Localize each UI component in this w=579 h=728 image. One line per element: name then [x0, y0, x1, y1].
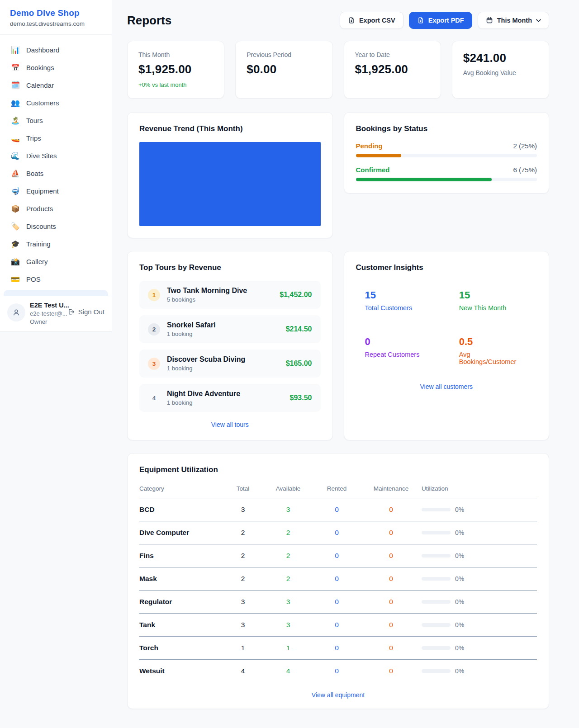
- equipment-rented: 0: [313, 498, 361, 521]
- stat-value: $0.00: [247, 62, 321, 76]
- insight-label: Repeat Customers: [365, 351, 434, 358]
- sidebar: Demo Dive Shop demo.test.divestreams.com…: [0, 0, 112, 332]
- user-name: E2E Test U...: [30, 302, 63, 309]
- reports-page: Demo Dive Shop demo.test.divestreams.com…: [0, 0, 579, 728]
- equipment-rented: 0: [313, 614, 361, 637]
- view-all-tours-link[interactable]: View all tours: [139, 421, 321, 428]
- stats-row: This Month $1,925.00 +0% vs last month P…: [127, 41, 549, 99]
- tour-row: 3 Discover Scuba Diving 1 booking $165.0…: [139, 350, 321, 378]
- revenue-trend-title: Revenue Trend (This Month): [139, 124, 321, 133]
- stat-card-previous-period: Previous Period $0.00: [235, 41, 332, 99]
- sidebar-item[interactable]: 📸 Gallery: [0, 253, 112, 270]
- status-count: 6 (75%): [513, 166, 537, 174]
- insight-value: 15: [365, 289, 434, 301]
- tour-name: Snorkel Safari: [167, 321, 216, 329]
- insight-label: Total Customers: [365, 304, 434, 312]
- period-selector[interactable]: This Month: [478, 12, 549, 29]
- view-all-customers-link[interactable]: View all customers: [356, 383, 537, 390]
- equipment-category: Tank: [139, 614, 223, 637]
- nav-icon: 📊: [11, 46, 20, 54]
- utilization-bar: [422, 531, 451, 534]
- insight-value: 0.5: [459, 336, 528, 348]
- nav-label: Tours: [26, 117, 43, 124]
- equipment-row: Tank 3 3 0 0 0%: [139, 614, 537, 637]
- tour-amount: $165.00: [286, 359, 312, 368]
- equipment-row: Dive Computer 2 2 0 0 0%: [139, 521, 537, 544]
- equipment-row: Regulator 3 3 0 0 0%: [139, 591, 537, 614]
- tour-bookings: 1 booking: [167, 331, 216, 337]
- tour-info: Snorkel Safari 1 booking: [167, 321, 216, 337]
- revenue-trend-chart: [139, 142, 321, 226]
- sidebar-item[interactable]: 📅 Bookings: [0, 59, 112, 76]
- file-download-icon: [348, 17, 355, 24]
- page-title: Reports: [127, 14, 171, 28]
- equipment-available: 2: [263, 521, 313, 544]
- nav-active-item-peek[interactable]: [4, 290, 108, 296]
- tour-name: Night Dive Adventure: [167, 390, 240, 398]
- nav-icon: 🚤: [11, 134, 20, 142]
- equipment-category: Mask: [139, 567, 223, 591]
- sidebar-item[interactable]: 📦 Products: [0, 200, 112, 217]
- sidebar-item[interactable]: 🏷️ Discounts: [0, 217, 112, 235]
- tour-amount: $1,452.00: [280, 291, 312, 299]
- sidebar-item[interactable]: 🤿 Equipment: [0, 182, 112, 200]
- equipment-category: BCD: [139, 498, 223, 521]
- sidebar-item[interactable]: 💳 POS: [0, 270, 112, 288]
- equipment-available: 2: [263, 544, 313, 567]
- sidebar-item[interactable]: 🎓 Training: [0, 235, 112, 253]
- export-pdf-label: Export PDF: [428, 17, 464, 24]
- tour-info: Discover Scuba Diving 1 booking: [167, 355, 245, 372]
- tour-name: Discover Scuba Diving: [167, 355, 245, 364]
- tour-bookings: 5 bookings: [167, 296, 247, 303]
- equipment-category: Fins: [139, 544, 223, 567]
- sidebar-item[interactable]: 🏝️ Tours: [0, 112, 112, 129]
- equipment-available: 2: [263, 567, 313, 591]
- sidebar-item[interactable]: 🌊 Dive Sites: [0, 147, 112, 165]
- export-csv-button[interactable]: Export CSV: [340, 12, 403, 29]
- stat-card-this-month: This Month $1,925.00 +0% vs last month: [127, 41, 224, 99]
- stat-label: Year to Date: [355, 51, 430, 58]
- equipment-row: Mask 2 2 0 0 0%: [139, 567, 537, 591]
- sidebar-item[interactable]: 🗓️ Calendar: [0, 76, 112, 94]
- sign-out-button[interactable]: Sign Out: [67, 308, 104, 316]
- view-all-equipment-link[interactable]: View all equipment: [139, 691, 537, 699]
- bookings-by-status-card: Bookings by Status Pending 2 (25%): [344, 112, 550, 194]
- status-group: Pending 2 (25%): [356, 142, 537, 157]
- equipment-utilization-cell: 0%: [422, 637, 537, 660]
- equipment-maintenance: 0: [361, 660, 422, 683]
- tour-amount: $93.50: [290, 394, 312, 402]
- equipment-utilization-cell: 0%: [422, 521, 537, 544]
- sidebar-item[interactable]: 👥 Customers: [0, 94, 112, 112]
- stat-value: $1,925.00: [138, 62, 213, 76]
- utilization-percent: 0%: [455, 644, 464, 652]
- equipment-rented: 0: [313, 660, 361, 683]
- nav-icon: 📅: [11, 63, 20, 72]
- equipment-category: Wetsuit: [139, 660, 223, 683]
- export-pdf-button[interactable]: Export PDF: [409, 12, 472, 29]
- sidebar-item[interactable]: ⛵ Boats: [0, 165, 112, 182]
- shop-domain: demo.test.divestreams.com: [10, 20, 102, 27]
- equipment-total: 2: [223, 567, 263, 591]
- equipment-utilization-cell: 0%: [422, 614, 537, 637]
- equipment-utilization-cell: 0%: [422, 660, 537, 683]
- tour-row: 2 Snorkel Safari 1 booking $214.50: [139, 315, 321, 343]
- person-icon: [12, 308, 20, 317]
- nav-label: Discounts: [26, 222, 56, 230]
- sidebar-item[interactable]: 📊 Dashboard: [0, 41, 112, 59]
- equipment-row: Wetsuit 4 4 0 0 0%: [139, 660, 537, 683]
- stat-card-avg-booking-value: $241.00 Avg Booking Value: [452, 41, 549, 99]
- insight-tile: 15 Total Customers: [356, 281, 443, 320]
- nav-icon: 💳: [11, 275, 20, 284]
- equipment-category: Dive Computer: [139, 521, 223, 544]
- nav-label: Gallery: [26, 258, 48, 265]
- status-label: Pending: [356, 142, 383, 150]
- utilization-bar: [422, 554, 451, 558]
- equipment-utilization-cell: 0%: [422, 567, 537, 591]
- equipment-maintenance: 0: [361, 544, 422, 567]
- top-tours-title: Top Tours by Revenue: [139, 263, 321, 272]
- rank-badge: 3: [148, 358, 160, 370]
- equipment-row: Torch 1 1 0 0 0%: [139, 637, 537, 660]
- sidebar-item[interactable]: 🚤 Trips: [0, 129, 112, 147]
- equipment-maintenance: 0: [361, 637, 422, 660]
- nav-icon: ⛵: [11, 169, 20, 178]
